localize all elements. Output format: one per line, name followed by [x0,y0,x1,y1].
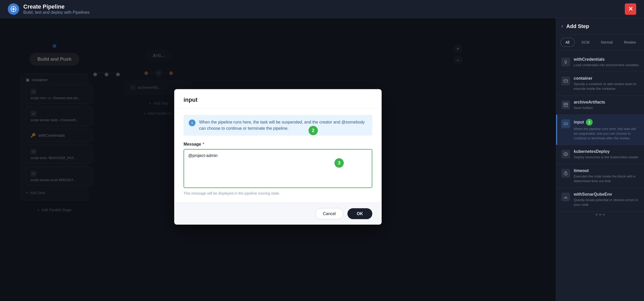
field-label: Message * [184,142,372,147]
badge-3: 3 [334,158,344,168]
required-indicator: * [203,142,204,147]
message-input[interactable]: @project-admin [184,149,372,188]
svg-rect-9 [564,103,568,104]
badge-2-indicator: 2 [309,126,318,135]
page-title: Create Pipeline [23,3,89,10]
sidebar-item-desc: Quickly locate potential or obvious erro… [574,198,639,207]
input-text: input 1 When the pipeline runs here, thi… [574,119,639,141]
kubernetesdeploy-text: kubernetesDeploy Deploy resources to the… [574,149,639,160]
info-text: When the pipeline runs here, the task wi… [199,119,367,132]
sidebar-item-name: timeout [574,168,639,173]
sidebar-item-withsonarqubeenv[interactable]: withSonarQubeEnv Quickly locate potentia… [556,188,644,211]
dialog-body: i When the pipeline runs here, the task … [174,109,382,203]
k8s-icon [561,150,570,159]
sidebar-item-kubernetesdeploy[interactable]: kubernetesDeploy Deploy resources to the… [556,145,644,164]
filter-tab-review[interactable]: Review [619,38,641,47]
archive-icon [561,100,570,109]
topbar-title-block: Create Pipeline Build, test and deploy w… [23,3,89,15]
sidebar-item-desc: Executes the code inside the block with … [574,174,639,183]
sidebar-item-name: container [574,76,639,81]
sidebar-items-list: withCredentials Load credentials into en… [556,50,644,301]
cancel-button[interactable]: Cancel [315,208,343,220]
timeout-text: timeout Executes the code inside the blo… [574,168,639,183]
sidebar-item-desc: Load credentials into environment variab… [574,63,639,67]
svg-line-18 [566,174,566,174]
pipeline-canvas: + − Build and Push ▣ container [0,18,556,301]
sidebar-item-container[interactable]: container Specify a container to add nes… [556,72,644,95]
badge-2: 2 [309,126,318,135]
svg-point-1 [12,8,15,10]
ok-button[interactable]: OK [347,208,372,219]
sidebar-item-name: input 1 [574,119,639,126]
sidebar-item-name: withSonarQubeEnv [574,192,639,197]
close-button[interactable]: ✕ [625,3,636,15]
topbar: Create Pipeline Build, test and deploy w… [0,0,644,18]
filter-tab-scm[interactable]: SCM [577,38,594,47]
clock-icon [561,169,570,178]
withcredentials-text: withCredentials Load credentials into en… [574,57,639,67]
scroll-dot [603,214,605,216]
scroll-dot [599,214,601,216]
page-subtitle: Build, test and deploy with Pipelines [23,10,89,15]
sidebar-item-desc: Specify a container to add nested tasks … [574,82,639,91]
info-banner: i When the pipeline runs here, the task … [184,115,372,136]
field-hint: This message will be displayed in the pi… [184,191,372,195]
filter-tabs: All SCM Normal Review [556,35,644,50]
sidebar-title-row: ‹ Add Step [561,23,589,30]
withsonarqubeenv-text: withSonarQubeEnv Quickly locate potentia… [574,192,639,207]
scroll-dot [596,214,598,216]
right-sidebar: ‹ Add Step All SCM Normal Review [556,18,644,301]
app-logo [8,3,19,15]
sonar-icon [561,193,570,201]
badge-3-indicator: 3 [334,158,344,168]
container-text: container Specify a container to add nes… [574,76,639,91]
sidebar-item-desc: Save Artifact [574,106,639,110]
svg-rect-7 [564,80,568,82]
badge-1: 1 [586,119,593,126]
svg-point-6 [565,60,567,63]
archiveartifacts-text: archiveArtifacts Save Artifact [574,100,639,110]
main-layout: + − Build and Push ▣ container [0,18,644,301]
input-dialog: input i When the pipeline runs here, the… [174,89,382,225]
back-button[interactable]: ‹ [561,23,563,30]
withcredentials-icon [561,58,570,66]
sidebar-item-timeout[interactable]: timeout Executes the code inside the blo… [556,164,644,188]
input-icon [561,119,570,128]
sidebar-item-input[interactable]: input 1 When the pipeline runs here, thi… [556,115,644,145]
container-icon [561,77,570,85]
sidebar-header: ‹ Add Step [556,18,644,35]
sidebar-item-name: kubernetesDeploy [574,149,639,154]
dialog-header: input [174,89,382,109]
info-icon: i [189,120,195,126]
sidebar-item-desc: Deploy resources to the Kubernetes clust… [574,155,639,160]
sidebar-item-archiveartifacts[interactable]: archiveArtifacts Save Artifact [556,96,644,115]
sidebar-item-name: archiveArtifacts [574,100,639,105]
sidebar-title: Add Step [566,23,589,29]
scroll-indicator [556,211,644,218]
sidebar-item-desc: When the pipeline runs here, this task w… [574,127,639,141]
filter-tab-normal[interactable]: Normal [596,38,617,47]
sidebar-item-withcredentials[interactable]: withCredentials Load credentials into en… [556,53,644,72]
svg-marker-14 [564,152,568,156]
topbar-left: Create Pipeline Build, test and deploy w… [8,3,89,15]
filter-tab-all[interactable]: All [560,38,575,47]
svg-point-15 [565,154,566,155]
dialog-title: input [184,97,372,103]
dialog-footer: Cancel OK [174,203,382,225]
sidebar-item-name: withCredentials [574,57,639,62]
